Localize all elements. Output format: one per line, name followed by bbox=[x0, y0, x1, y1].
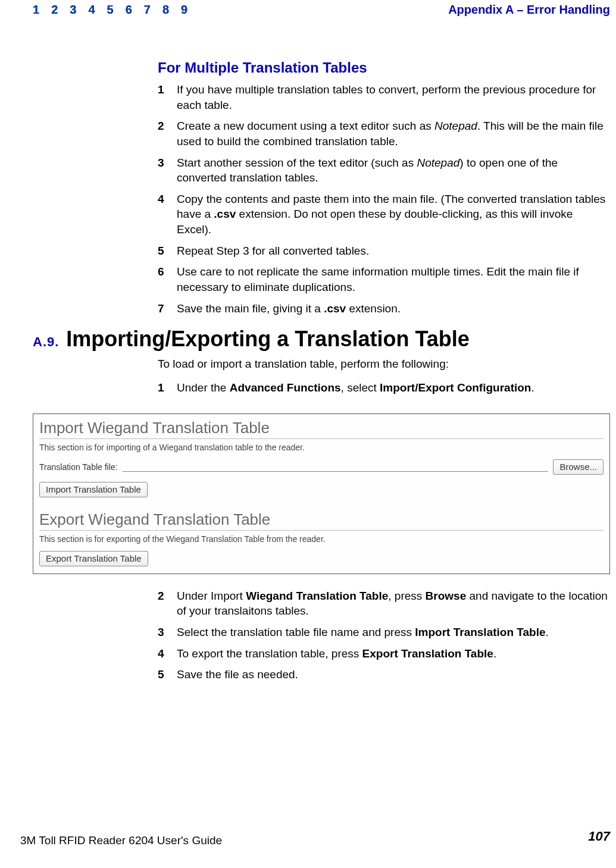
export-section-desc: This section is for exporting of the Wie… bbox=[39, 534, 604, 544]
list-item: 5 Repeat Step 3 for all converted tables… bbox=[158, 243, 610, 259]
step-text: To export the translation table, press E… bbox=[177, 646, 610, 662]
list-post-screenshot: 2 Under Import Wiegand Translation Table… bbox=[158, 588, 610, 682]
step-number: 6 bbox=[158, 264, 168, 294]
step-number: 5 bbox=[158, 667, 168, 682]
step-number: 5 bbox=[158, 243, 168, 259]
step-text: Select the translation table file name a… bbox=[177, 625, 610, 640]
section-heading: A.9. Importing/Exporting a Translation T… bbox=[33, 327, 610, 352]
step-text: If you have multiple translation tables … bbox=[177, 82, 610, 112]
list-item: 3 Select the translation table file name… bbox=[158, 625, 610, 640]
list-multiple-tables: 1 If you have multiple translation table… bbox=[158, 82, 610, 316]
step-text: Under the Advanced Functions, select Imp… bbox=[177, 380, 610, 396]
list-item: 4 Copy the contents and paste them into … bbox=[158, 192, 610, 237]
step-text: Copy the contents and paste them into th… bbox=[177, 192, 610, 237]
nav-3[interactable]: 3 bbox=[70, 3, 76, 17]
page-number: 107 bbox=[588, 829, 610, 844]
export-section-title: Export Wiegand Translation Table bbox=[39, 510, 604, 531]
list-item: 4 To export the translation table, press… bbox=[158, 646, 610, 662]
appendix-title: Appendix A – Error Handling bbox=[448, 3, 610, 17]
nav-8[interactable]: 8 bbox=[162, 3, 169, 17]
step-number: 3 bbox=[158, 155, 168, 186]
step-text: Save the file as needed. bbox=[177, 667, 610, 682]
nav-2[interactable]: 2 bbox=[51, 3, 58, 17]
import-section-title: Import Wiegand Translation Table bbox=[39, 419, 604, 439]
section-number: A.9. bbox=[33, 334, 59, 350]
list-item: 1 Under the Advanced Functions, select I… bbox=[158, 380, 610, 396]
list-item: 1 If you have multiple translation table… bbox=[158, 82, 610, 112]
nav-7[interactable]: 7 bbox=[144, 3, 151, 17]
section-title: Importing/Exporting a Translation Table bbox=[66, 327, 469, 352]
intro-paragraph: To load or import a translation table, p… bbox=[158, 356, 610, 372]
list-item: 2 Create a new document using a text edi… bbox=[158, 118, 610, 149]
browse-button[interactable]: Browse... bbox=[553, 459, 604, 475]
step-text: Use care to not replicate the same infor… bbox=[177, 264, 610, 294]
list-pre-screenshot: 1 Under the Advanced Functions, select I… bbox=[158, 380, 610, 396]
step-text: Save the main file, giving it a .csv ext… bbox=[177, 301, 610, 317]
chapter-nav: 1 2 3 4 5 6 7 8 9 bbox=[33, 3, 187, 17]
list-item: 2 Under Import Wiegand Translation Table… bbox=[158, 588, 610, 619]
step-number: 4 bbox=[158, 192, 168, 237]
step-text: Create a new document using a text edito… bbox=[177, 118, 610, 149]
import-section-desc: This section is for importing of a Wiega… bbox=[39, 443, 604, 452]
step-text: Start another session of the text editor… bbox=[177, 155, 610, 186]
footer-doc-title: 3M Toll RFID Reader 6204 User's Guide bbox=[20, 834, 222, 847]
step-number: 2 bbox=[158, 588, 168, 619]
nav-4[interactable]: 4 bbox=[88, 3, 95, 17]
list-item: 5 Save the file as needed. bbox=[158, 667, 610, 682]
nav-9[interactable]: 9 bbox=[181, 3, 187, 17]
step-number: 1 bbox=[158, 82, 168, 112]
import-translation-table-button[interactable]: Import Translation Table bbox=[39, 482, 148, 497]
list-item: 3 Start another session of the text edit… bbox=[158, 155, 610, 186]
file-input[interactable] bbox=[123, 471, 549, 472]
step-number: 2 bbox=[158, 118, 168, 149]
export-translation-table-button[interactable]: Export Translation Table bbox=[39, 551, 148, 566]
step-text: Repeat Step 3 for all converted tables. bbox=[177, 243, 610, 259]
nav-5[interactable]: 5 bbox=[107, 3, 114, 17]
step-number: 3 bbox=[158, 625, 168, 640]
list-item: 6 Use care to not replicate the same inf… bbox=[158, 264, 610, 294]
step-number: 4 bbox=[158, 646, 168, 662]
file-label: Translation Table file: bbox=[39, 462, 118, 472]
step-number: 7 bbox=[158, 301, 168, 317]
screenshot-panel: Import Wiegand Translation Table This se… bbox=[33, 413, 610, 574]
step-number: 1 bbox=[158, 380, 168, 396]
step-text: Under Import Wiegand Translation Table, … bbox=[177, 588, 610, 619]
nav-6[interactable]: 6 bbox=[126, 3, 132, 17]
nav-1[interactable]: 1 bbox=[33, 3, 39, 17]
list-item: 7 Save the main file, giving it a .csv e… bbox=[158, 301, 610, 317]
heading-multiple-tables: For Multiple Translation Tables bbox=[158, 59, 610, 76]
